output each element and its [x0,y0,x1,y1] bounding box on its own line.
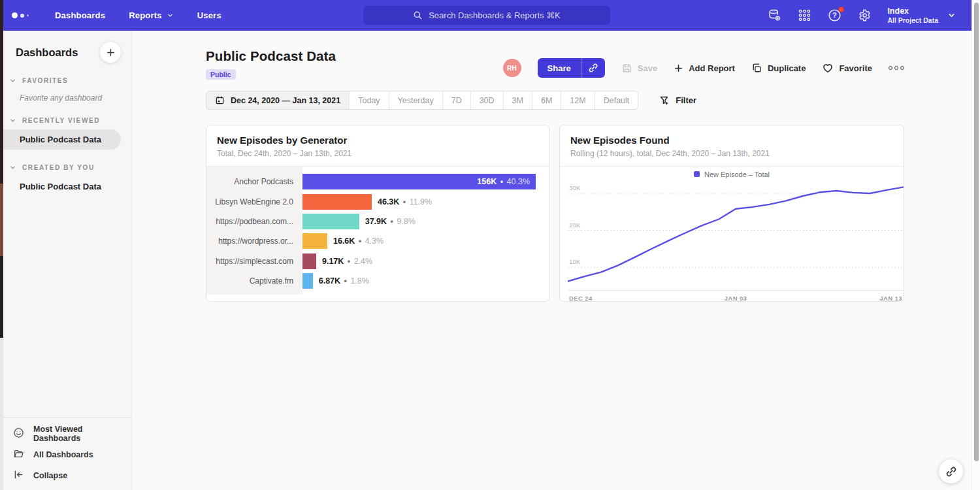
footer-item-collapse[interactable]: Collapse [0,465,131,486]
sidebar: Dashboards FAVORITESFavorite any dashboa… [0,31,132,490]
chart-legend: New Episode – Total [560,167,904,182]
avatar[interactable]: RH [503,59,521,77]
date-preset-7d[interactable]: 7D [442,91,470,109]
date-preset-3m[interactable]: 3M [503,91,532,109]
bar-category-label: https://podbean.com... [206,217,302,226]
bar-value-label: 46.3K • 11.9% [378,197,432,206]
help-icon[interactable]: ? [827,8,841,23]
card-new-episodes-by-generator: New Episodes by Generator Total, Dec 24t… [206,125,549,302]
footer-item-most-viewed-dashboards[interactable]: Most Viewed Dashboards [0,423,131,444]
bar-track: 37.9K • 9.8% [302,214,536,229]
bar[interactable] [302,233,327,249]
report-cards: New Episodes by Generator Total, Dec 24t… [206,125,904,302]
smiley-icon [13,427,24,440]
bar-category-label: Anchor Podcasts [206,177,302,186]
navbar-left: DashboardsReportsUsers [0,10,221,20]
save-button[interactable]: Save [621,63,657,74]
bar[interactable] [302,214,359,229]
data-sources-icon[interactable] [767,8,781,23]
bar-value-label: 156K • 40.3% [477,177,530,186]
sidebar-item-public-podcast-data[interactable]: Public Podcast Data [0,176,131,197]
favorite-button[interactable]: Favorite [822,62,872,74]
bar[interactable] [302,194,372,210]
bar-chart: Anchor Podcasts156K • 40.3%Libsyn WebEng… [206,167,549,300]
footer-item-all-dashboards[interactable]: All Dashboards [0,444,131,465]
heart-icon [822,62,834,74]
section-label: FAVORITES [22,77,68,84]
page-header: Public Podcast Data Public RH Share Save [206,31,904,91]
card-title: New Episodes by Generator [217,135,538,146]
duplicate-button[interactable]: Duplicate [751,63,806,74]
bar-value-label: 9.17K • 2.4% [322,257,372,266]
scrollbar-thumb[interactable] [974,3,979,461]
search-placeholder: Search Dashboards & Reports ⌘K [429,10,561,20]
copy-link-button[interactable] [581,58,605,78]
footer-item-label: Most Viewed Dashboards [33,425,131,443]
apps-grid-icon[interactable] [797,8,811,23]
duplicate-label: Duplicate [768,63,806,73]
bar-track: 46.3K • 11.9% [302,194,536,210]
save-icon [621,63,632,74]
nav-item-dashboards[interactable]: Dashboards [55,10,105,20]
bar-track: 16.6K • 4.3% [302,233,536,249]
card-subtitle: Rolling (12 hours), total, Dec 24th, 202… [570,149,893,158]
footer-item-label: Collapse [33,471,67,480]
sidebar-section: FAVORITESFavorite any dashboard [0,77,131,103]
chevron-down-icon [9,77,16,84]
bar-category-label: https://wordpress.or... [206,237,302,246]
x-axis-tick: JAN 03 [725,295,747,302]
date-preset-30d[interactable]: 30D [470,91,503,109]
section-header-created-by-you[interactable]: CREATED BY YOU [0,164,131,171]
filter-label: Filter [676,95,696,105]
bar-row: https://simplecast.com9.17K • 2.4% [206,252,549,271]
legend-swatch [694,171,700,177]
sidebar-item-public-podcast-data[interactable]: Public Podcast Data [0,129,121,150]
link-icon [945,466,957,478]
date-preset-yesterday[interactable]: Yesterday [389,91,442,109]
add-report-label: Add Report [689,63,735,73]
more-options-button[interactable] [889,66,904,70]
card-header: New Episodes by Generator Total, Dec 24t… [206,125,549,167]
bar-row: https://wordpress.or...16.6K • 4.3% [206,231,549,251]
sidebar-section: CREATED BY YOUPublic Podcast Data [0,164,131,197]
section-label: CREATED BY YOU [22,164,95,171]
section-header-recently-viewed[interactable]: RECENTLY VIEWED [0,117,131,124]
add-dashboard-button[interactable] [100,42,121,63]
app-logo[interactable] [12,12,41,18]
nav-item-users[interactable]: Users [197,10,221,20]
logo-dot [27,14,29,16]
x-axis-tick: DEC 24 [569,295,593,302]
card-title: New Episodes Found [570,135,893,146]
bar[interactable]: 156K • 40.3% [302,174,536,189]
card-subtitle: Total, Dec 24th, 2020 – Jan 13th, 2021 [217,149,538,158]
nav-item-label: Reports [129,10,162,20]
bar-row: Captivate.fm6.87K • 1.8% [206,271,549,291]
project-switcher[interactable]: Index All Project Data [887,7,956,25]
share-link-fab[interactable] [939,459,963,483]
bar-row: Anchor Podcasts156K • 40.3% [206,172,549,191]
calendar-icon [215,95,225,105]
window-scrollbar[interactable] [972,0,980,490]
section-header-favorites[interactable]: FAVORITES [0,77,131,84]
date-preset-12m[interactable]: 12M [561,91,594,109]
bar-value-label: 16.6K • 4.3% [333,237,384,246]
plus-icon [674,63,683,73]
bar[interactable] [302,273,313,289]
svg-text:?: ? [832,11,837,19]
share-button[interactable]: Share [538,58,605,78]
bar-track: 6.87K • 1.8% [302,273,536,289]
add-report-button[interactable]: Add Report [674,63,735,73]
settings-gear-icon[interactable] [857,8,872,23]
date-preset-6m[interactable]: 6M [532,91,561,109]
legend-label: New Episode – Total [704,171,770,178]
chevron-down-icon [167,12,174,19]
share-button-label[interactable]: Share [538,58,581,78]
date-preset-default[interactable]: Default [595,91,638,109]
date-range-picker[interactable]: Dec 24, 2020 — Jan 13, 2021 [206,91,349,109]
search-input[interactable]: Search Dashboards & Reports ⌘K [363,6,610,25]
nav-item-reports[interactable]: Reports [129,10,174,20]
bar[interactable] [302,253,316,269]
filter-button[interactable]: Filter [659,95,696,106]
primary-nav: DashboardsReportsUsers [55,10,221,20]
date-preset-today[interactable]: Today [349,91,388,109]
